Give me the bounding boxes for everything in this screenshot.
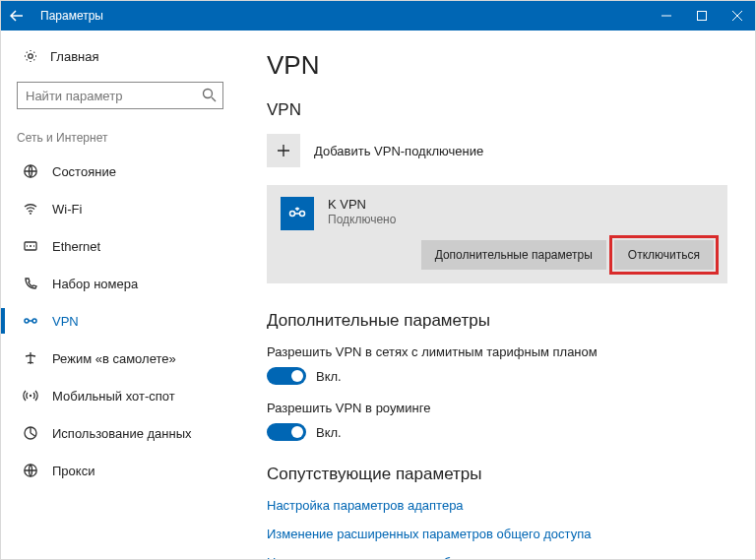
sidebar-nav: Состояние Wi-Fi Ethernet Набор номера VP… (1, 153, 239, 489)
option-roaming-label: Разрешить VPN в роуминге (267, 401, 727, 415)
search-icon (202, 88, 217, 105)
window-title: Параметры (32, 9, 649, 23)
svg-point-12 (300, 212, 305, 217)
vpn-section-header: VPN (267, 100, 727, 120)
settings-window: Параметры Главная Сеть и Интернет Состоя… (0, 0, 756, 560)
vpn-connection-item[interactable]: K VPN Подключено Дополнительные параметр… (267, 185, 727, 283)
svg-point-1 (29, 54, 32, 58)
sidebar-item-wifi[interactable]: Wi-Fi (1, 190, 239, 227)
svg-point-11 (290, 212, 295, 217)
toggle-metered[interactable]: Вкл. (267, 367, 727, 385)
related-section: Сопутствующие параметры Настройка параме… (267, 465, 727, 559)
disconnect-button[interactable]: Отключиться (614, 240, 714, 270)
vpn-connection-buttons: Дополнительные параметры Отключиться (267, 240, 727, 270)
vpn-connection-status: Подключено (328, 213, 396, 226)
svg-point-4 (30, 213, 32, 215)
sidebar-item-vpn[interactable]: VPN (1, 302, 239, 340)
sidebar-item-proxy[interactable]: Прокси (1, 452, 239, 489)
toggle-switch-icon (267, 423, 306, 441)
main-pane: VPN VPN Добавить VPN-подключение K VPN П… (239, 31, 755, 559)
window-body: Главная Сеть и Интернет Состояние Wi-Fi (1, 31, 755, 559)
maximize-button[interactable] (684, 1, 720, 31)
back-button[interactable] (1, 1, 32, 31)
page-title: VPN (267, 50, 727, 81)
sidebar-item-label: Wi-Fi (52, 202, 82, 217)
option-metered: Разрешить VPN в сетях с лимитным тарифны… (267, 344, 727, 385)
home-label: Главная (50, 49, 98, 64)
toggle-roaming[interactable]: Вкл. (267, 423, 727, 441)
toggle-state-label: Вкл. (316, 425, 342, 440)
minimize-button[interactable] (649, 1, 684, 31)
search-wrap (17, 82, 223, 109)
sidebar-item-airplane[interactable]: Режим «в самолете» (1, 340, 239, 377)
option-metered-label: Разрешить VPN в сетях с лимитным тарифны… (267, 344, 727, 359)
sidebar-item-label: Мобильный хот-спот (52, 389, 175, 404)
svg-rect-0 (698, 12, 707, 21)
vpn-icon (281, 197, 314, 230)
sidebar-item-label: Режим «в самолете» (52, 351, 176, 366)
related-header: Сопутствующие параметры (267, 465, 727, 484)
svg-point-8 (30, 395, 32, 397)
sidebar-item-label: Состояние (52, 164, 116, 179)
home-button[interactable]: Главная (1, 40, 239, 72)
add-vpn-button[interactable]: Добавить VPN-подключение (267, 134, 727, 167)
advanced-options-button[interactable]: Дополнительные параметры (421, 240, 606, 270)
vpn-connection-name: K VPN (328, 197, 396, 212)
sidebar-item-status[interactable]: Состояние (1, 153, 239, 190)
vpn-connection-header: K VPN Подключено (267, 185, 727, 240)
vpn-connection-info: K VPN Подключено (328, 197, 396, 226)
window-controls (649, 1, 755, 31)
toggle-state-label: Вкл. (316, 369, 342, 384)
sidebar-item-label: Набор номера (52, 277, 138, 291)
sidebar: Главная Сеть и Интернет Состояние Wi-Fi (1, 31, 239, 559)
plus-icon (267, 134, 300, 167)
link-adapter-settings[interactable]: Настройка параметров адаптера (267, 498, 727, 513)
sidebar-category: Сеть и Интернет (1, 121, 239, 153)
svg-point-7 (32, 319, 36, 323)
sidebar-item-label: Использование данных (52, 426, 192, 441)
link-sharing-settings[interactable]: Изменение расширенных параметров общего … (267, 527, 727, 541)
add-vpn-label: Добавить VPN-подключение (314, 144, 483, 158)
sidebar-item-label: Прокси (52, 464, 94, 478)
svg-point-6 (25, 319, 29, 323)
toggle-switch-icon (267, 367, 306, 385)
sidebar-item-dialup[interactable]: Набор номера (1, 265, 239, 302)
sidebar-item-datausage[interactable]: Использование данных (1, 414, 239, 452)
svg-point-2 (204, 90, 213, 98)
link-network-center[interactable]: Центр управления сетями и общим доступом (267, 555, 727, 559)
titlebar: Параметры (1, 1, 755, 31)
advanced-header: Дополнительные параметры (267, 311, 727, 331)
advanced-section: Дополнительные параметры Разрешить VPN в… (267, 311, 727, 441)
search-input[interactable] (17, 82, 223, 109)
sidebar-item-ethernet[interactable]: Ethernet (1, 227, 239, 265)
option-roaming: Разрешить VPN в роуминге Вкл. (267, 401, 727, 441)
sidebar-item-label: Ethernet (52, 239, 100, 254)
close-button[interactable] (720, 1, 755, 31)
sidebar-item-hotspot[interactable]: Мобильный хот-спот (1, 377, 239, 414)
sidebar-item-label: VPN (52, 314, 79, 329)
